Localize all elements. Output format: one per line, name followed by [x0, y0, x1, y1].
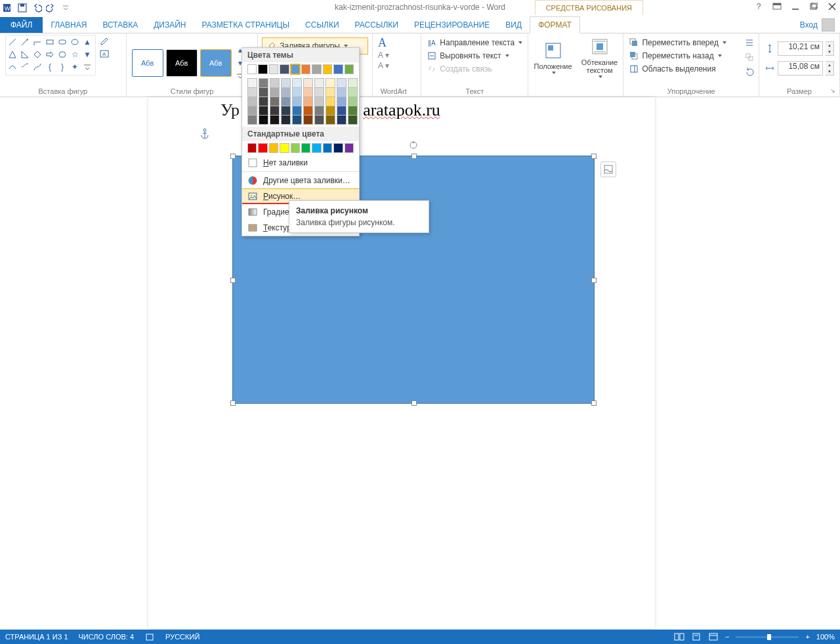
- tab-format[interactable]: ФОРМАТ: [530, 16, 580, 33]
- resize-handle[interactable]: [230, 154, 236, 159]
- shape-elbow-icon[interactable]: [32, 36, 43, 48]
- rotate-menu-icon[interactable]: [744, 66, 755, 77]
- height-input[interactable]: 10,21 см: [778, 41, 823, 56]
- shape-freeform-icon[interactable]: [32, 61, 43, 73]
- color-swatch[interactable]: [292, 116, 302, 125]
- color-swatch[interactable]: [281, 88, 291, 97]
- color-swatch[interactable]: [258, 143, 267, 153]
- color-swatch[interactable]: [259, 116, 268, 125]
- color-swatch[interactable]: [314, 78, 324, 88]
- color-swatch[interactable]: [259, 88, 268, 97]
- color-swatch[interactable]: [303, 106, 313, 116]
- color-swatch[interactable]: [292, 78, 302, 88]
- color-swatch[interactable]: [292, 88, 302, 97]
- color-swatch[interactable]: [259, 106, 268, 116]
- color-swatch[interactable]: [259, 97, 268, 106]
- color-swatch[interactable]: [292, 106, 302, 116]
- shape-diamond-icon[interactable]: [32, 49, 43, 60]
- shape-connector-icon[interactable]: [19, 61, 31, 73]
- shape-brace2-icon[interactable]: }: [56, 61, 68, 73]
- layout-options-icon[interactable]: [600, 161, 616, 177]
- no-fill-item[interactable]: ННет заливкиет заливки: [242, 155, 359, 171]
- shape-rect-icon[interactable]: [44, 36, 56, 48]
- redo-icon[interactable]: [46, 3, 56, 13]
- textbox-icon[interactable]: A: [98, 48, 110, 60]
- height-spinner[interactable]: ▲▼: [826, 41, 834, 56]
- text-direction-button[interactable]: ‖AНаправление текста: [427, 37, 522, 48]
- ribbon-display-icon[interactable]: [772, 1, 782, 12]
- color-swatch[interactable]: [337, 78, 346, 88]
- size-dialog-launcher-icon[interactable]: ↘: [830, 87, 838, 95]
- sign-in[interactable]: Вход: [800, 18, 835, 32]
- color-swatch[interactable]: [247, 88, 257, 97]
- color-swatch[interactable]: [345, 64, 354, 74]
- color-swatch[interactable]: [281, 97, 291, 106]
- color-swatch[interactable]: [270, 78, 280, 88]
- tab-design[interactable]: ДИЗАЙН: [146, 17, 194, 33]
- color-swatch[interactable]: [326, 78, 335, 88]
- align-text-button[interactable]: Выровнять текст: [427, 51, 522, 61]
- color-swatch[interactable]: [247, 78, 257, 88]
- shape-ellipse-icon[interactable]: [69, 36, 81, 48]
- tab-view[interactable]: ВИД: [497, 17, 530, 33]
- shape-arrow-icon[interactable]: [19, 36, 31, 48]
- color-swatch[interactable]: [247, 97, 257, 106]
- color-swatch[interactable]: [247, 116, 257, 125]
- color-swatch[interactable]: [314, 106, 324, 116]
- color-swatch[interactable]: [337, 88, 346, 97]
- status-words[interactable]: ЧИСЛО СЛОВ: 4: [79, 633, 135, 641]
- color-swatch[interactable]: [291, 64, 300, 74]
- color-swatch[interactable]: [270, 97, 280, 106]
- color-swatch[interactable]: [337, 106, 346, 116]
- selection-pane-button[interactable]: Область выделения: [629, 64, 753, 74]
- resize-handle[interactable]: [230, 400, 236, 406]
- zoom-slider[interactable]: [736, 636, 799, 638]
- wordart-preview-icon[interactable]: A: [378, 36, 415, 49]
- height-field[interactable]: 10,21 см ▲▼: [765, 41, 834, 56]
- send-backward-button[interactable]: Переместить назад: [629, 51, 753, 61]
- shape-star2-icon[interactable]: ✦: [69, 61, 81, 73]
- shape-more-icon[interactable]: [81, 61, 93, 73]
- style-preset-2[interactable]: Абв: [166, 49, 198, 77]
- resize-handle[interactable]: [411, 154, 417, 159]
- style-preset-1[interactable]: Абв: [132, 49, 163, 77]
- document-canvas[interactable]: Урaratapok.ru: [0, 97, 840, 628]
- color-swatch[interactable]: [348, 97, 358, 106]
- print-layout-icon[interactable]: [691, 632, 702, 642]
- resize-handle[interactable]: [591, 278, 597, 283]
- color-swatch[interactable]: [337, 116, 346, 125]
- color-swatch[interactable]: [303, 88, 313, 97]
- color-swatch[interactable]: [337, 97, 346, 106]
- color-swatch[interactable]: [303, 116, 313, 125]
- color-swatch[interactable]: [247, 64, 257, 74]
- resize-handle[interactable]: [230, 278, 236, 283]
- color-swatch[interactable]: [312, 64, 321, 74]
- color-swatch[interactable]: [301, 143, 310, 153]
- zoom-in-button[interactable]: +: [805, 633, 809, 641]
- width-spinner[interactable]: ▲▼: [826, 61, 834, 75]
- shape-arrow-r-icon[interactable]: [44, 49, 56, 60]
- align-menu-icon[interactable]: [744, 37, 755, 48]
- edit-shape-icon[interactable]: [98, 35, 110, 47]
- color-swatch[interactable]: [314, 88, 324, 97]
- status-language[interactable]: РУССКИЙ: [165, 633, 200, 641]
- close-icon[interactable]: [827, 1, 837, 12]
- color-swatch[interactable]: [348, 116, 358, 125]
- color-swatch[interactable]: [326, 88, 335, 97]
- color-swatch[interactable]: [269, 143, 278, 153]
- color-swatch[interactable]: [301, 64, 310, 74]
- more-colors-item[interactable]: Другие цвета заливки…: [242, 173, 359, 188]
- tab-review[interactable]: РЕЦЕНЗИРОВАНИЕ: [406, 17, 497, 33]
- width-field[interactable]: 15,08 см ▲▼: [765, 61, 834, 75]
- save-icon[interactable]: [17, 3, 28, 13]
- qat-customize-icon[interactable]: [60, 3, 71, 13]
- color-swatch[interactable]: [333, 143, 343, 153]
- shape-hexagon-icon[interactable]: [56, 49, 68, 60]
- color-swatch[interactable]: [345, 143, 354, 153]
- color-swatch[interactable]: [314, 97, 324, 106]
- color-swatch[interactable]: [314, 116, 324, 125]
- color-swatch[interactable]: [280, 143, 289, 153]
- color-swatch[interactable]: [270, 88, 280, 97]
- color-swatch[interactable]: [270, 106, 280, 116]
- color-swatch[interactable]: [348, 88, 358, 97]
